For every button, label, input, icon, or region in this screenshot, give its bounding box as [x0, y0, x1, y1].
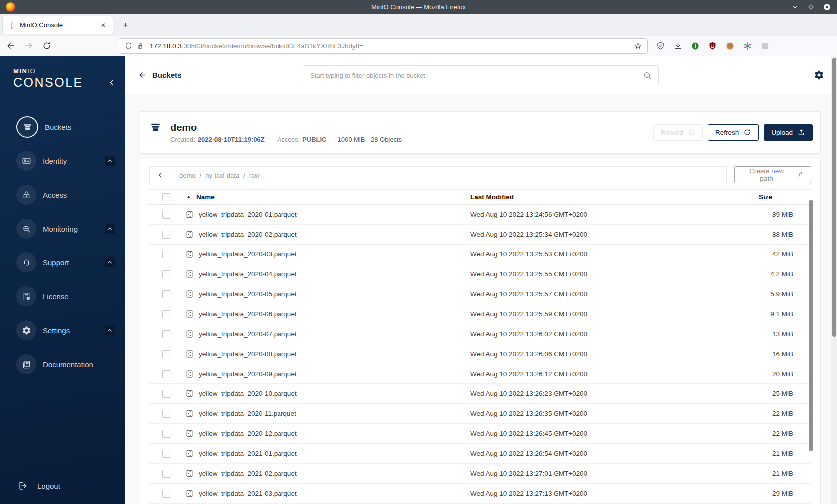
cookie-extension-icon[interactable] [725, 41, 735, 51]
chevron-up-icon[interactable] [105, 156, 115, 166]
window-close-icon[interactable] [823, 3, 831, 11]
sidebar-item-identity[interactable]: Identity [16, 150, 115, 171]
object-row[interactable]: yellow_tripdata_2021-01.parquet Wed Aug … [149, 444, 811, 464]
object-name[interactable]: yellow_tripdata_2020-08.parquet [199, 350, 297, 358]
sidebar-item-access[interactable]: Access [16, 184, 115, 205]
object-row[interactable]: yellow_tripdata_2020-03.parquet Wed Aug … [149, 245, 811, 264]
object-name[interactable]: yellow_tripdata_2021-02.parquet [199, 470, 297, 477]
object-name[interactable]: yellow_tripdata_2020-12.parquet [199, 430, 297, 437]
row-checkbox[interactable] [162, 290, 170, 298]
sidebar-item-documentation[interactable]: Documentation [16, 354, 115, 375]
chevron-up-icon[interactable] [105, 257, 115, 267]
new-tab-button[interactable]: + [117, 19, 134, 32]
back-button[interactable] [6, 41, 16, 51]
row-checkbox[interactable] [162, 490, 170, 498]
asterisk-extension-icon[interactable] [743, 41, 752, 51]
row-checkbox[interactable] [162, 450, 170, 458]
row-checkbox[interactable] [162, 310, 170, 318]
row-checkbox[interactable] [162, 330, 170, 338]
sidebar-item-logout[interactable]: Logout [0, 480, 125, 491]
object-name[interactable]: yellow_tripdata_2020-05.parquet [199, 290, 297, 298]
reload-button[interactable] [42, 41, 52, 51]
sidebar-item-settings[interactable]: Settings [16, 320, 115, 341]
object-row[interactable]: yellow_tripdata_2020-05.parquet Wed Aug … [149, 284, 811, 304]
insecure-lock-icon[interactable] [136, 42, 144, 50]
path-back-button[interactable] [149, 166, 171, 184]
object-name[interactable]: yellow_tripdata_2020-09.parquet [199, 370, 297, 378]
row-checkbox[interactable] [162, 231, 170, 239]
breadcrumb-item[interactable]: ny-taxi-data [205, 172, 239, 179]
column-header-name[interactable]: Name [196, 193, 215, 201]
chevron-up-icon[interactable] [105, 325, 115, 335]
row-checkbox[interactable] [162, 410, 170, 418]
row-checkbox[interactable] [162, 350, 170, 358]
sort-ascending-icon[interactable] [185, 194, 192, 201]
object-row[interactable]: yellow_tripdata_2020-02.parquet Wed Aug … [149, 225, 811, 245]
downloads-icon[interactable] [673, 41, 683, 51]
window-maximize-icon[interactable] [807, 3, 815, 11]
object-name[interactable]: yellow_tripdata_2020-04.parquet [199, 270, 297, 278]
object-row[interactable]: yellow_tripdata_2021-02.parquet Wed Aug … [149, 464, 811, 484]
object-row[interactable]: yellow_tripdata_2020-10.parquet Wed Aug … [149, 384, 811, 404]
browser-tab-minio-console[interactable]: MinIO Console ✕ [3, 16, 113, 34]
upload-button[interactable]: Upload [764, 124, 813, 141]
sidebar-item-support[interactable]: Support [16, 252, 115, 273]
select-all-checkbox[interactable] [162, 193, 170, 201]
settings-gear-icon[interactable] [814, 70, 824, 80]
breadcrumb-item[interactable]: demo [179, 172, 196, 179]
object-name[interactable]: yellow_tripdata_2020-06.parquet [199, 310, 297, 318]
create-new-path-button[interactable]: Create new path [734, 166, 811, 183]
protections-shield-icon[interactable] [656, 41, 665, 51]
object-row[interactable]: yellow_tripdata_2020-01.parquet Wed Aug … [149, 205, 811, 225]
object-name[interactable]: yellow_tripdata_2020-10.parquet [199, 390, 297, 397]
extension-green-icon[interactable] [691, 41, 700, 51]
object-name[interactable]: yellow_tripdata_2020-01.parquet [199, 211, 297, 218]
tab-close-icon[interactable]: ✕ [99, 21, 108, 30]
chevron-up-icon[interactable] [105, 224, 115, 234]
refresh-button[interactable]: Refresh [708, 124, 759, 141]
object-name[interactable]: yellow_tripdata_2021-03.parquet [199, 490, 297, 497]
page-scrollbar-thumb[interactable] [832, 58, 836, 337]
bookmark-star-icon[interactable] [634, 42, 642, 50]
url-bar[interactable]: 172.18.0.3:30503/buckets/demo/browse/bnk… [119, 38, 648, 54]
object-row[interactable]: yellow_tripdata_2020-09.parquet Wed Aug … [149, 364, 811, 384]
row-checkbox[interactable] [162, 390, 170, 398]
row-checkbox[interactable] [162, 370, 170, 378]
rewind-button[interactable]: Rewind [653, 124, 703, 141]
object-filter-input[interactable] [310, 72, 643, 79]
object-name[interactable]: yellow_tripdata_2020-07.parquet [199, 330, 297, 338]
column-header-size[interactable]: Size [747, 193, 811, 201]
sidebar-item-buckets[interactable]: Buckets [16, 117, 115, 137]
object-row[interactable]: yellow_tripdata_2020-07.parquet Wed Aug … [149, 324, 811, 344]
object-row[interactable]: yellow_tripdata_2020-06.parquet Wed Aug … [149, 304, 811, 324]
sidebar-collapse-icon[interactable] [107, 78, 116, 87]
page-scrollbar[interactable] [831, 56, 837, 504]
row-checkbox[interactable] [162, 251, 170, 258]
column-header-last-modified[interactable]: Last Modified [470, 193, 747, 201]
object-row[interactable]: yellow_tripdata_2020-08.parquet Wed Aug … [149, 344, 811, 364]
window-titlebar[interactable]: MinIO Console — Mozilla Firefox [0, 0, 837, 14]
object-name[interactable]: yellow_tripdata_2020-03.parquet [199, 251, 297, 258]
object-row[interactable]: yellow_tripdata_2020-04.parquet Wed Aug … [149, 264, 811, 284]
object-name[interactable]: yellow_tripdata_2020-11.parquet [199, 410, 296, 417]
permissions-shield-icon[interactable] [124, 42, 133, 50]
table-scrollbar[interactable] [809, 200, 813, 451]
sidebar-item-license[interactable]: License [16, 286, 115, 307]
object-name[interactable]: yellow_tripdata_2020-02.parquet [199, 231, 297, 238]
row-checkbox[interactable] [162, 270, 170, 278]
object-name[interactable]: yellow_tripdata_2021-01.parquet [199, 450, 297, 457]
row-checkbox[interactable] [162, 430, 170, 438]
url-text[interactable]: 172.18.0.3:30503/buckets/demo/browse/bnk… [150, 42, 630, 50]
ublock-extension-icon[interactable] [708, 41, 717, 51]
breadcrumb-item[interactable]: raw [249, 172, 260, 179]
object-row[interactable]: yellow_tripdata_2021-03.parquet Wed Aug … [149, 484, 811, 504]
window-minimize-icon[interactable] [791, 3, 799, 11]
object-row[interactable]: yellow_tripdata_2020-12.parquet Wed Aug … [149, 424, 811, 444]
back-to-buckets-link[interactable]: Buckets [138, 70, 181, 80]
row-checkbox[interactable] [162, 211, 170, 219]
row-checkbox[interactable] [162, 470, 170, 478]
forward-button[interactable] [24, 41, 34, 51]
object-row[interactable]: yellow_tripdata_2020-11.parquet Wed Aug … [149, 404, 811, 424]
sidebar-item-monitoring[interactable]: Monitoring [16, 218, 115, 239]
menu-hamburger-icon[interactable] [760, 41, 770, 51]
